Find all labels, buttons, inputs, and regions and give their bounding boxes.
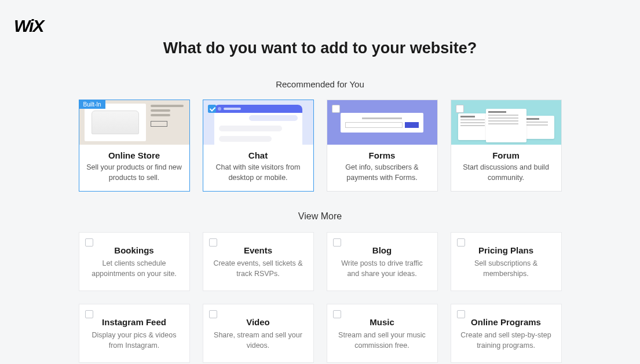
card-instagram-feed[interactable]: Instagram Feed Display your pics & video… [79, 304, 190, 363]
card-desc: Sell your products or find new products … [86, 163, 182, 183]
card-chat[interactable]: Chat Chat with site visitors from deskto… [203, 100, 314, 192]
card-events[interactable]: Events Create events, sell tickets & tra… [203, 232, 314, 291]
card-title: Music [337, 317, 428, 327]
page-title: What do you want to add to your website? [39, 39, 601, 57]
main-container: What do you want to add to your website?… [39, 0, 601, 363]
card-checkbox[interactable] [457, 310, 465, 318]
card-title: Forum [458, 150, 554, 160]
card-checkbox[interactable] [85, 310, 93, 318]
card-forms[interactable]: Forms Get info, subscribers & payments w… [327, 100, 438, 192]
card-checkbox[interactable] [208, 105, 216, 113]
card-desc: Display your pics & videos from Instagra… [89, 330, 180, 351]
card-blog[interactable]: Blog Write posts to drive traffic and sh… [327, 232, 438, 291]
card-desc: Stream and sell your music commission fr… [337, 330, 428, 351]
card-title: Events [213, 245, 304, 255]
card-title: Chat [210, 150, 306, 160]
card-title: Pricing Plans [460, 245, 552, 255]
card-checkbox[interactable] [332, 105, 340, 113]
card-checkbox[interactable] [333, 310, 341, 318]
card-title: Bookings [89, 245, 180, 255]
card-bookings[interactable]: Bookings Let clients schedule appointmen… [79, 232, 190, 291]
card-title: Forms [334, 150, 430, 160]
card-desc: Let clients schedule appointments on you… [89, 259, 180, 279]
card-thumbnail [451, 100, 561, 145]
card-desc: Share, stream and sell your videos. [213, 330, 304, 351]
card-checkbox[interactable] [333, 238, 341, 247]
wix-logo[interactable]: WiX [14, 16, 43, 36]
card-checkbox[interactable] [209, 238, 217, 247]
recommended-grid: Built-In Online Store Sell your products… [39, 100, 601, 192]
card-video[interactable]: Video Share, stream and sell your videos… [203, 304, 314, 363]
card-checkbox[interactable] [85, 238, 93, 247]
card-desc: Chat with site visitors from desktop or … [210, 163, 306, 183]
more-grid-1: Bookings Let clients schedule appointmen… [39, 232, 601, 291]
view-more-label: View More [39, 211, 601, 222]
card-desc: Write posts to drive traffic and share y… [337, 259, 428, 279]
card-thumbnail [327, 100, 437, 145]
card-checkbox[interactable] [209, 310, 217, 318]
more-grid-2: Instagram Feed Display your pics & video… [39, 304, 601, 363]
card-desc: Create and sell step-by-step training pr… [460, 330, 552, 351]
card-forum[interactable]: Forum Start discussions and build commun… [451, 100, 562, 192]
card-title: Online Store [86, 150, 182, 160]
card-desc: Get info, subscribers & payments with Fo… [334, 163, 430, 183]
card-online-store[interactable]: Built-In Online Store Sell your products… [79, 100, 190, 192]
card-title: Online Programs [460, 317, 552, 327]
card-title: Video [213, 317, 304, 327]
builtin-badge: Built-In [79, 100, 105, 109]
card-pricing-plans[interactable]: Pricing Plans Sell subscriptions & membe… [451, 232, 562, 291]
card-music[interactable]: Music Stream and sell your music commiss… [327, 304, 438, 363]
card-desc: Start discussions and build community. [458, 163, 554, 183]
card-desc: Create events, sell tickets & track RSVP… [213, 259, 304, 279]
card-title: Instagram Feed [89, 317, 180, 327]
card-thumbnail [203, 100, 313, 145]
card-checkbox[interactable] [456, 105, 464, 113]
card-checkbox[interactable] [457, 238, 465, 247]
card-online-programs[interactable]: Online Programs Create and sell step-by-… [451, 304, 562, 363]
recommended-label: Recommended for You [39, 79, 601, 89]
card-desc: Sell subscriptions & memberships. [460, 259, 552, 279]
card-title: Blog [337, 245, 428, 255]
